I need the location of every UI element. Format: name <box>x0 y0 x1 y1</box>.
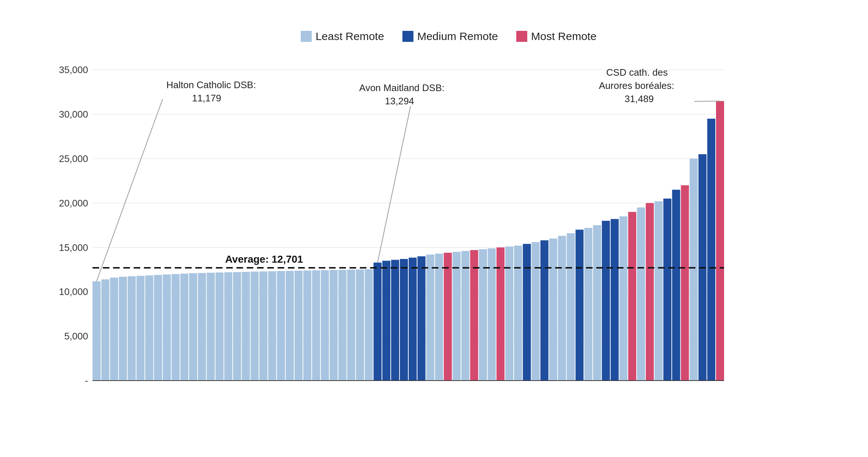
svg-text:5,000: 5,000 <box>64 331 88 342</box>
legend-label: Most Remote <box>531 30 596 43</box>
bar <box>409 258 417 381</box>
svg-text:CSD cath. des: CSD cath. des <box>606 67 668 78</box>
bar <box>330 270 338 381</box>
bar <box>101 280 109 381</box>
chart-container: Least Remote Medium Remote Most Remote -… <box>12 8 856 449</box>
legend-label: Least Remote <box>315 30 384 43</box>
bar <box>575 230 583 381</box>
bar <box>198 273 206 381</box>
legend-swatch <box>301 31 312 42</box>
svg-text:Avon Maitland DSB:: Avon Maitland DSB: <box>359 82 444 93</box>
bar <box>119 277 127 381</box>
svg-text:30,000: 30,000 <box>59 109 88 120</box>
bar <box>619 216 628 381</box>
bar <box>251 271 259 381</box>
bar <box>523 244 531 381</box>
bar <box>584 228 592 381</box>
bar <box>470 250 478 381</box>
bar <box>321 270 329 381</box>
bar <box>93 281 101 381</box>
svg-text:31,489: 31,489 <box>625 93 654 104</box>
bar <box>628 212 636 381</box>
legend-item: Medium Remote <box>402 30 498 43</box>
bar <box>400 259 408 381</box>
bar <box>514 246 522 381</box>
bar <box>435 253 443 381</box>
bar <box>233 272 241 381</box>
bar <box>663 199 672 381</box>
chart-area: -5,00010,00015,00020,00025,00030,00035,0… <box>63 54 834 384</box>
bar <box>180 274 188 381</box>
bar <box>391 260 399 381</box>
bar <box>207 273 215 381</box>
bar <box>540 240 549 381</box>
svg-text:Average: 12,701: Average: 12,701 <box>225 253 303 265</box>
chart-svg: -5,00010,00015,00020,00025,00030,00035,0… <box>63 54 834 384</box>
svg-text:35,000: 35,000 <box>59 64 88 75</box>
svg-text:15,000: 15,000 <box>59 242 88 253</box>
legend-item: Least Remote <box>301 30 384 43</box>
bar <box>602 221 610 381</box>
bar <box>189 273 197 381</box>
svg-text:20,000: 20,000 <box>59 198 88 209</box>
legend-swatch <box>402 31 413 42</box>
legend: Least Remote Medium Remote Most Remote <box>63 30 834 43</box>
bar <box>453 252 461 381</box>
bar <box>549 238 557 381</box>
bar <box>479 249 487 381</box>
bar <box>426 255 434 381</box>
bar <box>646 203 654 381</box>
svg-line-18 <box>97 99 163 281</box>
bar <box>417 256 426 381</box>
bar <box>690 159 698 381</box>
bar <box>268 271 276 381</box>
bar <box>444 253 452 381</box>
bar <box>294 271 303 381</box>
bar <box>110 278 118 381</box>
bar <box>347 270 355 381</box>
legend-label: Medium Remote <box>417 30 498 43</box>
bar <box>716 101 724 381</box>
bar <box>672 190 680 381</box>
legend-item: Most Remote <box>516 30 596 43</box>
bar <box>593 225 601 381</box>
bar <box>532 242 540 381</box>
bar <box>339 270 347 381</box>
bar <box>462 251 470 381</box>
svg-text:11,179: 11,179 <box>192 93 221 104</box>
bar <box>382 261 390 381</box>
bar <box>224 272 232 381</box>
bar <box>312 270 320 381</box>
bar <box>154 275 162 381</box>
svg-text:25,000: 25,000 <box>59 153 88 164</box>
bar <box>365 269 373 381</box>
bar <box>163 274 171 381</box>
bar <box>681 185 689 381</box>
svg-text:-: - <box>85 375 88 386</box>
bar <box>145 276 153 381</box>
svg-text:13,294: 13,294 <box>385 96 414 107</box>
bar <box>707 119 715 381</box>
bar <box>655 201 663 381</box>
svg-line-24 <box>694 101 720 101</box>
bar <box>303 270 311 381</box>
bar <box>637 208 645 381</box>
bar <box>505 247 513 381</box>
bar <box>611 219 619 381</box>
svg-text:Halton Catholic DSB:: Halton Catholic DSB: <box>166 79 256 90</box>
bar <box>373 263 381 381</box>
bar <box>356 269 364 381</box>
bar <box>558 236 566 381</box>
legend-swatch <box>516 31 527 42</box>
bar <box>242 272 250 381</box>
bar <box>567 233 575 381</box>
bar <box>128 276 136 381</box>
bar <box>137 276 145 381</box>
svg-text:Aurores boréales:: Aurores boréales: <box>599 80 674 91</box>
bar <box>277 271 285 381</box>
bar <box>286 271 294 381</box>
svg-line-21 <box>377 106 411 263</box>
bar <box>171 274 180 381</box>
bar <box>216 273 224 381</box>
svg-text:10,000: 10,000 <box>59 286 88 297</box>
